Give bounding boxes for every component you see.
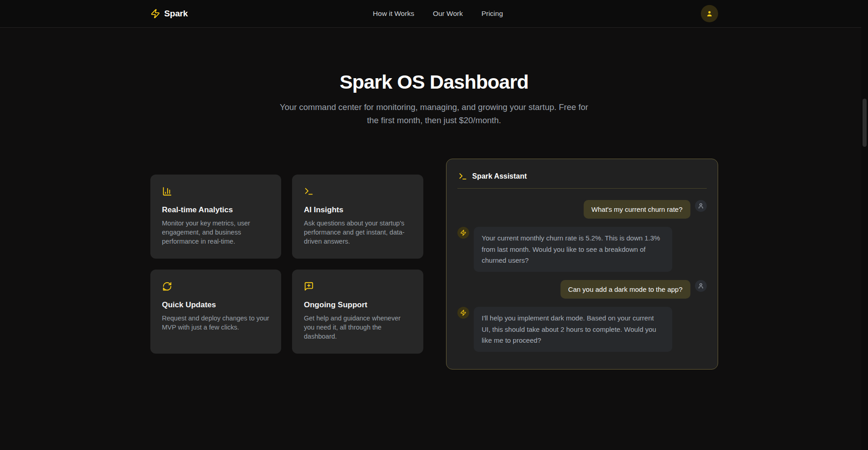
message-list: What's my current churn rate? Your curre… (457, 200, 707, 352)
nav-link-how-it-works[interactable]: How it Works (373, 10, 414, 18)
scrollbar-thumb[interactable] (863, 99, 867, 147)
hero-section: Spark OS Dashboard Your command center f… (0, 28, 868, 127)
assistant-message-row: Your current monthly churn rate is 5.2%.… (457, 227, 707, 272)
brand-name: Spark (164, 9, 188, 19)
assistant-title: Spark Assistant (472, 172, 527, 180)
lightning-bolt-icon (460, 310, 466, 316)
refresh-icon (162, 281, 172, 291)
brand-logo[interactable]: Spark (150, 9, 188, 19)
feature-title: Real-time Analytics (162, 205, 270, 215)
feature-description: Request and deploy changes to your MVP w… (162, 314, 270, 332)
user-avatar (695, 200, 707, 212)
user-avatar-button[interactable] (701, 5, 718, 22)
top-navigation-bar: Spark How it Works Our Work Pricing (0, 0, 868, 28)
user-message-row: What's my current churn rate? (457, 200, 707, 219)
assistant-message-bubble: Your current monthly churn rate is 5.2%.… (474, 227, 672, 272)
user-message-row: Can you add a dark mode to the app? (457, 280, 707, 299)
page-title: Spark OS Dashboard (0, 71, 868, 93)
assistant-message-bubble: I'll help you implement dark mode. Based… (474, 307, 672, 352)
user-icon (705, 10, 714, 18)
assistant-message-row: I'll help you implement dark mode. Based… (457, 307, 707, 352)
assistant-header: Spark Assistant (457, 170, 707, 181)
feature-description: Ask questions about your startup's perfo… (304, 219, 412, 246)
feature-card-realtime-analytics: Real-time Analytics Monitor your key met… (150, 175, 282, 259)
main-content: Real-time Analytics Monitor your key met… (150, 159, 718, 370)
user-message-bubble: What's my current churn rate? (584, 200, 690, 219)
user-avatar (695, 280, 707, 292)
nav-link-pricing[interactable]: Pricing (481, 10, 503, 18)
bar-chart-icon (162, 186, 172, 196)
feature-description: Get help and guidance whenever you need … (304, 314, 412, 341)
user-icon (698, 203, 704, 209)
feature-title: AI Insights (304, 205, 412, 215)
lightning-bolt-icon (150, 9, 160, 19)
terminal-icon (458, 172, 467, 181)
feature-title: Ongoing Support (304, 300, 412, 310)
feature-card-ai-insights: AI Insights Ask questions about your sta… (292, 175, 423, 259)
page-subtitle: Your command center for monitoring, mana… (275, 101, 593, 127)
message-square-plus-icon (304, 281, 314, 291)
feature-title: Quick Updates (162, 300, 270, 310)
lightning-bolt-icon (460, 230, 466, 236)
nav-link-our-work[interactable]: Our Work (433, 10, 463, 18)
terminal-icon (304, 186, 314, 196)
main-nav: How it Works Our Work Pricing (373, 0, 503, 27)
features-grid: Real-time Analytics Monitor your key met… (150, 175, 423, 354)
feature-card-ongoing-support: Ongoing Support Get help and guidance wh… (292, 270, 423, 354)
feature-card-quick-updates: Quick Updates Request and deploy changes… (150, 270, 282, 354)
assistant-avatar (457, 227, 469, 239)
scrollbar-track[interactable] (861, 0, 868, 450)
spark-assistant-panel: Spark Assistant What's my current churn … (446, 159, 718, 370)
page: Spark How it Works Our Work Pricing Spar… (0, 0, 868, 450)
user-icon (698, 283, 704, 289)
feature-description: Monitor your key metrics, user engagemen… (162, 219, 270, 246)
user-message-bubble: Can you add a dark mode to the app? (560, 280, 690, 299)
divider (457, 188, 707, 189)
assistant-avatar (457, 307, 469, 319)
